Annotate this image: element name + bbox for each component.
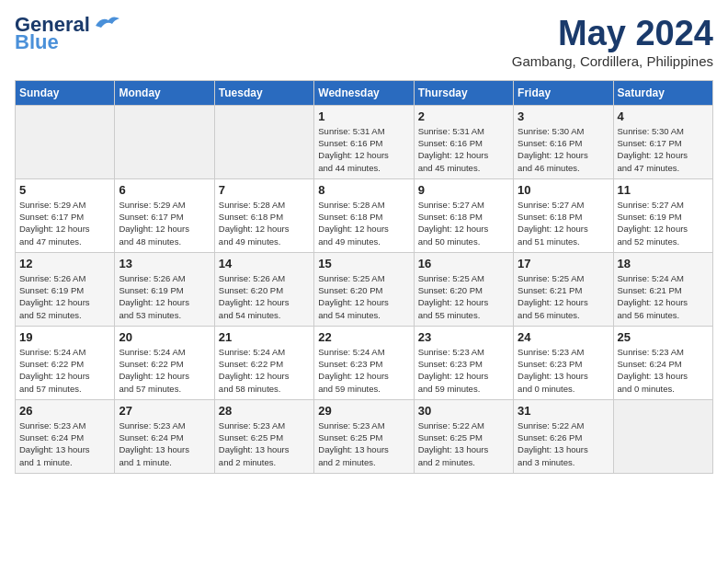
calendar-week-row: 19Sunrise: 5:24 AMSunset: 6:22 PMDayligh…: [16, 326, 713, 399]
calendar-cell: 11Sunrise: 5:27 AMSunset: 6:19 PMDayligh…: [613, 178, 712, 252]
weekday-header-cell: Sunday: [16, 80, 115, 105]
calendar-cell: 28Sunrise: 5:23 AMSunset: 6:25 PMDayligh…: [214, 399, 313, 473]
calendar-cell: [115, 105, 214, 178]
day-number: 17: [518, 257, 609, 270]
day-info: Sunrise: 5:29 AMSunset: 6:17 PMDaylight:…: [119, 199, 210, 247]
calendar-body: 1Sunrise: 5:31 AMSunset: 6:16 PMDaylight…: [16, 105, 713, 473]
day-info: Sunrise: 5:27 AMSunset: 6:18 PMDaylight:…: [418, 199, 509, 247]
day-info: Sunrise: 5:28 AMSunset: 6:18 PMDaylight:…: [219, 199, 310, 247]
day-info: Sunrise: 5:24 AMSunset: 6:23 PMDaylight:…: [318, 346, 409, 395]
calendar-cell: 1Sunrise: 5:31 AMSunset: 6:16 PMDaylight…: [314, 105, 414, 178]
day-number: 27: [119, 404, 210, 418]
day-number: 16: [418, 257, 509, 270]
day-number: 1: [318, 109, 409, 123]
day-info: Sunrise: 5:26 AMSunset: 6:20 PMDaylight:…: [219, 272, 310, 321]
day-number: 22: [318, 330, 409, 344]
calendar-table: SundayMondayTuesdayWednesdayThursdayFrid…: [15, 80, 713, 474]
calendar-cell: 15Sunrise: 5:25 AMSunset: 6:20 PMDayligh…: [314, 252, 414, 326]
day-number: 12: [19, 257, 110, 270]
day-number: 13: [119, 257, 210, 270]
calendar-cell: 9Sunrise: 5:27 AMSunset: 6:18 PMDaylight…: [414, 178, 513, 252]
day-number: 15: [318, 257, 409, 270]
calendar-cell: 27Sunrise: 5:23 AMSunset: 6:24 PMDayligh…: [115, 399, 214, 473]
calendar-cell: 2Sunrise: 5:31 AMSunset: 6:16 PMDaylight…: [414, 105, 513, 178]
day-number: 14: [219, 257, 310, 270]
day-info: Sunrise: 5:23 AMSunset: 6:24 PMDaylight:…: [618, 346, 709, 395]
day-info: Sunrise: 5:23 AMSunset: 6:25 PMDaylight:…: [318, 419, 409, 468]
day-number: 10: [518, 183, 609, 197]
day-number: 18: [618, 257, 709, 270]
calendar-cell: 21Sunrise: 5:24 AMSunset: 6:22 PMDayligh…: [214, 326, 313, 399]
calendar-cell: 7Sunrise: 5:28 AMSunset: 6:18 PMDaylight…: [214, 178, 313, 252]
day-number: 30: [418, 404, 509, 418]
calendar-cell: 5Sunrise: 5:29 AMSunset: 6:17 PMDaylight…: [16, 178, 115, 252]
day-info: Sunrise: 5:26 AMSunset: 6:19 PMDaylight:…: [119, 272, 210, 321]
day-info: Sunrise: 5:24 AMSunset: 6:21 PMDaylight:…: [618, 272, 709, 321]
day-number: 25: [618, 330, 709, 344]
logo-blue: Blue: [15, 33, 59, 52]
day-info: Sunrise: 5:27 AMSunset: 6:19 PMDaylight:…: [618, 199, 709, 247]
day-info: Sunrise: 5:23 AMSunset: 6:24 PMDaylight:…: [119, 419, 210, 468]
calendar-cell: 18Sunrise: 5:24 AMSunset: 6:21 PMDayligh…: [613, 252, 712, 326]
day-number: 11: [618, 183, 709, 197]
day-info: Sunrise: 5:22 AMSunset: 6:25 PMDaylight:…: [418, 419, 509, 468]
calendar-week-row: 5Sunrise: 5:29 AMSunset: 6:17 PMDaylight…: [16, 178, 713, 252]
calendar-cell: 6Sunrise: 5:29 AMSunset: 6:17 PMDaylight…: [115, 178, 214, 252]
day-number: 31: [518, 404, 609, 418]
day-info: Sunrise: 5:31 AMSunset: 6:16 PMDaylight:…: [318, 125, 409, 174]
day-info: Sunrise: 5:25 AMSunset: 6:20 PMDaylight:…: [418, 272, 509, 321]
title-area: May 2024 Gambang, Cordillera, Philippine…: [512, 15, 713, 69]
day-number: 21: [219, 330, 310, 344]
day-number: 19: [19, 330, 110, 344]
day-number: 2: [418, 109, 509, 123]
calendar-week-row: 26Sunrise: 5:23 AMSunset: 6:24 PMDayligh…: [16, 399, 713, 473]
logo-bird-icon: [94, 13, 121, 33]
weekday-header-cell: Friday: [514, 80, 613, 105]
day-number: 8: [318, 183, 409, 197]
month-title: May 2024: [512, 15, 713, 53]
day-info: Sunrise: 5:29 AMSunset: 6:17 PMDaylight:…: [19, 199, 110, 247]
day-info: Sunrise: 5:30 AMSunset: 6:17 PMDaylight:…: [618, 125, 709, 174]
calendar-cell: 25Sunrise: 5:23 AMSunset: 6:24 PMDayligh…: [613, 326, 712, 399]
day-info: Sunrise: 5:24 AMSunset: 6:22 PMDaylight:…: [119, 346, 210, 395]
calendar-cell: 17Sunrise: 5:25 AMSunset: 6:21 PMDayligh…: [514, 252, 613, 326]
day-info: Sunrise: 5:26 AMSunset: 6:19 PMDaylight:…: [19, 272, 110, 321]
day-info: Sunrise: 5:23 AMSunset: 6:25 PMDaylight:…: [219, 419, 310, 468]
calendar-cell: 22Sunrise: 5:24 AMSunset: 6:23 PMDayligh…: [314, 326, 414, 399]
day-info: Sunrise: 5:22 AMSunset: 6:26 PMDaylight:…: [518, 419, 609, 468]
calendar-cell: [613, 399, 712, 473]
day-number: 20: [119, 330, 210, 344]
day-info: Sunrise: 5:23 AMSunset: 6:23 PMDaylight:…: [518, 346, 609, 395]
calendar-cell: 29Sunrise: 5:23 AMSunset: 6:25 PMDayligh…: [314, 399, 414, 473]
calendar-week-row: 1Sunrise: 5:31 AMSunset: 6:16 PMDaylight…: [16, 105, 713, 178]
calendar-cell: 31Sunrise: 5:22 AMSunset: 6:26 PMDayligh…: [514, 399, 613, 473]
calendar-cell: 13Sunrise: 5:26 AMSunset: 6:19 PMDayligh…: [115, 252, 214, 326]
day-info: Sunrise: 5:28 AMSunset: 6:18 PMDaylight:…: [318, 199, 409, 247]
weekday-header-cell: Thursday: [414, 80, 513, 105]
weekday-header-cell: Wednesday: [314, 80, 414, 105]
day-number: 7: [219, 183, 310, 197]
calendar-cell: 8Sunrise: 5:28 AMSunset: 6:18 PMDaylight…: [314, 178, 414, 252]
day-info: Sunrise: 5:25 AMSunset: 6:20 PMDaylight:…: [318, 272, 409, 321]
logo: General Blue: [15, 15, 121, 52]
day-number: 9: [418, 183, 509, 197]
day-number: 4: [618, 109, 709, 123]
day-info: Sunrise: 5:24 AMSunset: 6:22 PMDaylight:…: [219, 346, 310, 395]
calendar-cell: 26Sunrise: 5:23 AMSunset: 6:24 PMDayligh…: [16, 399, 115, 473]
calendar-cell: 10Sunrise: 5:27 AMSunset: 6:18 PMDayligh…: [514, 178, 613, 252]
day-info: Sunrise: 5:23 AMSunset: 6:24 PMDaylight:…: [19, 419, 110, 468]
calendar-cell: 23Sunrise: 5:23 AMSunset: 6:23 PMDayligh…: [414, 326, 513, 399]
calendar-cell: 14Sunrise: 5:26 AMSunset: 6:20 PMDayligh…: [214, 252, 313, 326]
day-number: 23: [418, 330, 509, 344]
calendar-cell: 30Sunrise: 5:22 AMSunset: 6:25 PMDayligh…: [414, 399, 513, 473]
calendar-cell: [214, 105, 313, 178]
calendar-cell: 20Sunrise: 5:24 AMSunset: 6:22 PMDayligh…: [115, 326, 214, 399]
day-number: 24: [518, 330, 609, 344]
day-info: Sunrise: 5:30 AMSunset: 6:16 PMDaylight:…: [518, 125, 609, 174]
weekday-header-row: SundayMondayTuesdayWednesdayThursdayFrid…: [16, 80, 713, 105]
weekday-header-cell: Tuesday: [214, 80, 313, 105]
location-title: Gambang, Cordillera, Philippines: [512, 53, 713, 69]
calendar-week-row: 12Sunrise: 5:26 AMSunset: 6:19 PMDayligh…: [16, 252, 713, 326]
day-info: Sunrise: 5:24 AMSunset: 6:22 PMDaylight:…: [19, 346, 110, 395]
calendar-cell: 24Sunrise: 5:23 AMSunset: 6:23 PMDayligh…: [514, 326, 613, 399]
